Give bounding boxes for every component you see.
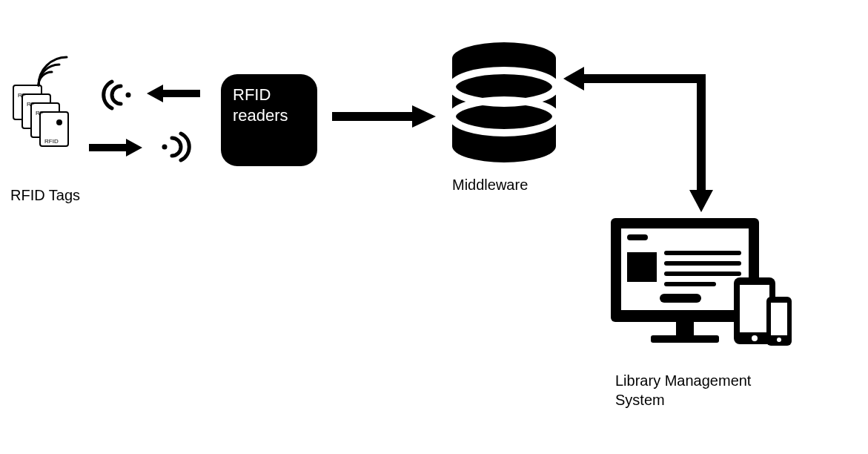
svg-rect-26	[651, 335, 719, 343]
svg-rect-28	[627, 252, 657, 282]
middleware-database-icon	[448, 41, 560, 170]
svg-marker-22	[689, 190, 713, 212]
lms-devices-icon	[608, 214, 793, 365]
diagram-canvas: RF RF RF RFID RFID Tags	[0, 0, 868, 454]
lms-label: Library Management System	[615, 371, 751, 409]
svg-text:RFID: RFID	[44, 138, 59, 145]
signal-bottom-icon	[148, 126, 193, 171]
svg-marker-10	[147, 85, 200, 102]
svg-rect-38	[771, 303, 787, 335]
svg-point-39	[777, 338, 781, 342]
svg-rect-32	[664, 282, 716, 286]
rfid-readers-label: RFID readers	[233, 85, 288, 125]
svg-text:RF: RF	[18, 92, 26, 99]
svg-marker-13	[332, 105, 436, 128]
svg-rect-35	[740, 285, 769, 332]
svg-point-9	[126, 93, 131, 98]
svg-text:RF: RF	[27, 101, 35, 108]
svg-marker-21	[563, 67, 584, 91]
middleware-label: Middleware	[452, 175, 528, 194]
signal-top-icon	[100, 74, 145, 119]
svg-rect-31	[664, 272, 741, 276]
svg-rect-29	[664, 251, 741, 255]
arrow-middleware-lms-icon	[563, 67, 726, 218]
svg-text:RF: RF	[36, 110, 44, 116]
rfid-tags-icon: RF RF RF RFID	[7, 78, 82, 155]
svg-rect-25	[676, 322, 694, 335]
svg-rect-20	[697, 74, 706, 193]
svg-marker-11	[89, 139, 142, 157]
svg-rect-33	[660, 294, 701, 303]
rfid-tags-label: RFID Tags	[10, 185, 80, 205]
svg-rect-30	[664, 261, 741, 266]
arrow-right-bottom-icon	[89, 137, 142, 161]
svg-rect-19	[581, 74, 706, 83]
svg-rect-27	[627, 234, 648, 240]
svg-point-36	[752, 335, 758, 341]
svg-point-12	[162, 145, 168, 150]
rfid-readers-box: RFID readers	[221, 74, 317, 166]
arrow-readers-to-middleware-icon	[332, 104, 436, 132]
arrow-left-top-icon	[147, 83, 200, 107]
svg-point-4	[56, 119, 62, 125]
